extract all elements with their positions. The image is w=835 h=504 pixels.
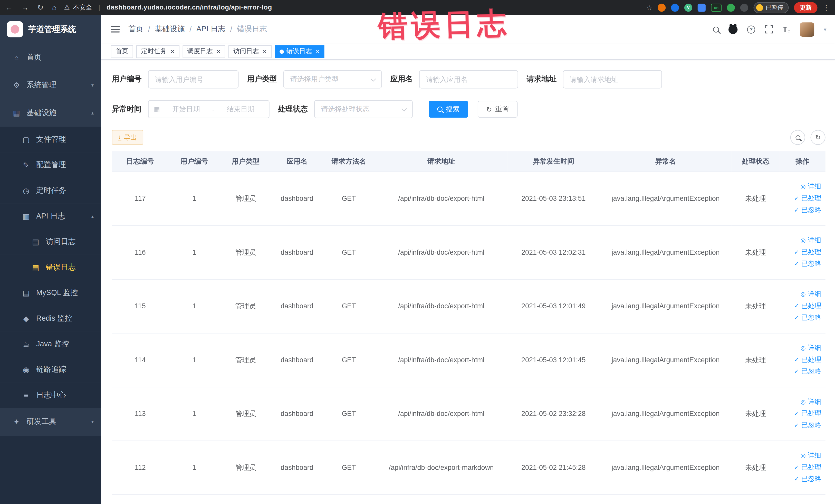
sidebar-item-error-log[interactable]: ▤错误日志 — [0, 255, 101, 280]
bookmark-star-icon[interactable]: ☆ — [646, 3, 652, 11]
sidebar-item-redis[interactable]: ◆Redis 监控 — [0, 306, 101, 331]
action-ignored-link[interactable]: ✓已忽略 — [782, 475, 821, 483]
sidebar-item-java[interactable]: ☕Java 监控 — [0, 331, 101, 357]
check-icon: ✓ — [794, 249, 799, 255]
sidebar-item-job[interactable]: ◷定时任务 — [0, 178, 101, 204]
app-name-input[interactable] — [419, 70, 518, 88]
extension-on-badge[interactable]: on — [711, 3, 721, 11]
address-separator: | — [99, 4, 100, 11]
sidebar-item-access-log[interactable]: ▤访问日志 — [0, 229, 101, 255]
sidebar-item-trace[interactable]: ◉链路追踪 — [0, 357, 101, 383]
reload-icon[interactable]: ↻ — [37, 4, 43, 11]
action-label: 详细 — [808, 182, 821, 191]
extension-icon[interactable] — [740, 3, 748, 11]
eye-icon: ◎ — [801, 399, 806, 405]
toggle-search-button[interactable] — [790, 130, 805, 145]
cell-id: 114 — [112, 333, 169, 387]
extension-icon[interactable] — [658, 3, 666, 11]
help-icon[interactable]: ? — [747, 25, 755, 33]
search-button[interactable]: 搜索 — [429, 101, 468, 118]
cell-user_id: 1 — [169, 279, 220, 333]
sidebar-item-system[interactable]: ⚙系统管理▾ — [0, 72, 101, 99]
user-type-select[interactable]: 请选择用户类型 — [283, 70, 382, 88]
close-icon[interactable]: × — [217, 48, 221, 55]
action-ignored-link[interactable]: ✓已忽略 — [782, 259, 821, 268]
refresh-table-button[interactable]: ↻ — [811, 130, 826, 145]
action-ignored-link[interactable]: ✓已忽略 — [782, 421, 821, 430]
extension-icon[interactable] — [671, 3, 679, 11]
extension-icon[interactable] — [698, 3, 706, 11]
sidebar-item-home[interactable]: ⌂首页 — [0, 44, 101, 72]
sidebar-item-mysql[interactable]: ▤MySQL 监控 — [0, 280, 101, 306]
action-detail-link[interactable]: ◎详细 — [782, 344, 821, 352]
tab-access-log[interactable]: 访问日志× — [228, 45, 271, 58]
cell-time: 2021-05-03 12:02:31 — [507, 225, 599, 279]
sidebar-item-infra[interactable]: ▦基础设施▴ — [0, 99, 101, 127]
action-done-link[interactable]: ✓已处理 — [782, 355, 821, 364]
vue-devtools-icon[interactable]: V — [684, 3, 692, 11]
action-detail-link[interactable]: ◎详细 — [782, 398, 821, 406]
action-ignored-link[interactable]: ✓已忽略 — [782, 367, 821, 376]
action-ignored-link[interactable]: ✓已忽略 — [782, 313, 821, 322]
avatar[interactable] — [800, 22, 814, 37]
paused-badge[interactable]: 已暂停 — [754, 2, 789, 13]
sidebar-item-config[interactable]: ✎配置管理 — [0, 152, 101, 178]
sidebar-item-log-center[interactable]: ≡日志中心 — [0, 383, 101, 408]
cell-app: dashboard — [271, 387, 323, 441]
close-icon[interactable]: × — [316, 48, 320, 55]
sidebar-item-label: MySQL 监控 — [36, 288, 78, 298]
action-done-link[interactable]: ✓已处理 — [782, 409, 821, 418]
action-detail-link[interactable]: ◎详细 — [782, 290, 821, 299]
trace-icon: ◉ — [21, 365, 31, 374]
back-icon[interactable]: ← — [5, 4, 13, 11]
breadcrumb-item[interactable]: 基础设施 — [155, 24, 185, 34]
user-id-input[interactable] — [148, 70, 239, 88]
sidebar-item-file[interactable]: ▢文件管理 — [0, 127, 101, 153]
font-size-icon[interactable]: T↕ — [782, 25, 790, 34]
action-done-link[interactable]: ✓已处理 — [782, 248, 821, 257]
tab-error-log[interactable]: 错误日志× — [274, 45, 324, 58]
fullscreen-icon[interactable] — [765, 25, 773, 34]
update-button[interactable]: 更新 — [794, 2, 817, 13]
sidebar-item-label: 错误日志 — [46, 263, 76, 272]
address-bar[interactable]: ⚠ 不安全 | dashboard.yudao.iocoder.cn/infra… — [64, 3, 272, 12]
app-logo[interactable]: 芋道管理系统 — [0, 15, 101, 44]
action-label: 已忽略 — [801, 313, 821, 322]
column-header: 请求地址 — [375, 151, 507, 172]
action-label: 已处理 — [801, 355, 821, 364]
browser-menu-icon[interactable]: ⋮ — [823, 3, 830, 11]
breadcrumb-item[interactable]: 首页 — [128, 24, 143, 34]
action-done-link[interactable]: ✓已处理 — [782, 194, 821, 203]
sidebar-item-api-log[interactable]: ▥API 日志▴ — [0, 204, 101, 229]
close-icon[interactable]: × — [170, 48, 175, 55]
export-button[interactable]: ↓ 导出 — [112, 130, 143, 145]
forward-icon[interactable]: → — [21, 4, 29, 11]
action-detail-link[interactable]: ◎详细 — [782, 182, 821, 191]
action-done-link[interactable]: ✓已处理 — [782, 301, 821, 310]
tab-label: 定时任务 — [141, 47, 167, 56]
action-done-link[interactable]: ✓已处理 — [782, 463, 821, 472]
date-range-picker[interactable]: ▦ 开始日期 - 结束日期 — [148, 100, 269, 118]
github-icon[interactable] — [729, 25, 737, 34]
close-icon[interactable]: × — [263, 48, 267, 55]
sidebar: 芋道管理系统 ⌂首页⚙系统管理▾▦基础设施▴▢文件管理✎配置管理◷定时任务▥AP… — [0, 15, 101, 504]
sidebar-item-devtools[interactable]: ✦研发工具▾ — [0, 408, 101, 436]
tab-home[interactable]: 首页 — [111, 45, 133, 58]
tab-job-log[interactable]: 调度日志× — [183, 45, 225, 58]
action-ignored-link[interactable]: ✓已忽略 — [782, 206, 821, 215]
extension-icon[interactable] — [727, 3, 735, 11]
tab-cron-job[interactable]: 定时任务× — [136, 45, 179, 58]
request-url-input[interactable] — [563, 70, 662, 88]
caret-down-icon[interactable]: ▾ — [824, 26, 826, 32]
action-detail-link[interactable]: ◎详细 — [782, 236, 821, 245]
search-icon[interactable] — [713, 26, 719, 32]
warning-icon: ⚠ — [64, 4, 69, 11]
action-detail-link[interactable]: ◎详细 — [782, 451, 821, 460]
breadcrumb-item[interactable]: API 日志 — [196, 24, 225, 34]
sidebar-collapse-icon[interactable] — [111, 26, 120, 33]
cell-status: 未处理 — [732, 387, 779, 441]
sidebar-item-label: 配置管理 — [36, 160, 66, 170]
process-status-select[interactable]: 请选择处理状态 — [314, 100, 413, 118]
browser-home-icon[interactable]: ⌂ — [52, 4, 57, 11]
reset-button[interactable]: ↻ 重置 — [478, 101, 517, 118]
